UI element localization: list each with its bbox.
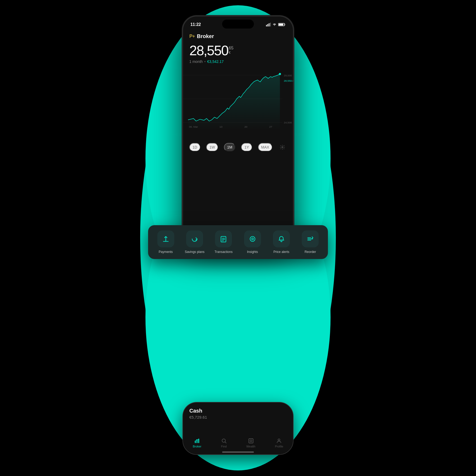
svg-point-19 <box>282 147 283 148</box>
time-btn-1m[interactable]: 1M <box>224 143 235 151</box>
cash-section: Cash €5,729.61 <box>189 408 287 419</box>
transactions-icon-wrap <box>215 230 232 247</box>
profile-nav-icon <box>276 438 282 444</box>
reorder-icon-wrap <box>302 230 319 247</box>
action-insights[interactable]: Insights <box>239 230 266 254</box>
svg-rect-6 <box>270 23 271 26</box>
savings-plans-label: Savings plans <box>185 250 205 254</box>
svg-point-24 <box>250 237 255 242</box>
logo-mark: P+ <box>189 34 195 39</box>
svg-rect-34 <box>249 439 253 443</box>
savings-plans-icon-wrap <box>186 230 203 247</box>
cash-value: €5,729.61 <box>189 415 287 419</box>
action-reorder[interactable]: Reorder <box>297 230 324 254</box>
action-transactions[interactable]: Transactions <box>210 230 237 254</box>
svg-text:20: 20 <box>244 125 248 128</box>
time-btn-max[interactable]: MAX <box>258 143 272 151</box>
savings-plans-icon <box>191 235 198 243</box>
wealth-nav-icon <box>248 438 254 444</box>
svg-text:27: 27 <box>269 125 272 128</box>
insights-icon-wrap <box>244 230 261 247</box>
svg-point-36 <box>278 439 280 441</box>
svg-rect-3 <box>266 25 267 26</box>
svg-point-35 <box>250 440 252 442</box>
cash-label: Cash <box>189 408 287 414</box>
portfolio-decimal: 65 <box>229 46 234 50</box>
portfolio-chart: 29,000 28,550.65 24,500 06. Mar 13 20 27 <box>183 66 293 132</box>
transactions-label: Transactions <box>214 250 232 254</box>
reorder-icon <box>306 235 314 243</box>
nav-label-profile: Profile <box>275 445 283 448</box>
action-payments[interactable]: Payments <box>152 230 179 254</box>
portfolio-value: 28,550 65 € <box>189 44 287 57</box>
chart-end-dot <box>279 73 281 75</box>
chart-area: 29,000 28,550.65 24,500 06. Mar 13 20 27 <box>183 66 293 140</box>
nav-item-broker[interactable]: Broker <box>193 438 201 448</box>
nav-item-find[interactable]: Find <box>221 438 227 448</box>
payments-label: Payments <box>159 250 173 254</box>
portfolio-main-value: 28,550 <box>189 44 228 57</box>
phone-frame: 11:22 <box>182 16 294 243</box>
nav-label-broker: Broker <box>193 445 201 448</box>
insights-label: Insights <box>247 250 258 254</box>
svg-text:24,500: 24,500 <box>284 121 292 124</box>
gear-icon <box>280 145 285 150</box>
price-alerts-label: Price alerts <box>273 250 289 254</box>
svg-text:28,550.65: 28,550.65 <box>284 79 293 82</box>
payments-icon-wrap <box>157 230 174 247</box>
status-icons <box>266 23 286 26</box>
nav-item-profile[interactable]: Profile <box>275 438 283 448</box>
wifi-icon <box>272 23 277 26</box>
svg-text:29,000: 29,000 <box>284 74 292 77</box>
price-alerts-icon-wrap <box>273 230 290 247</box>
action-savings-plans[interactable]: Savings plans <box>181 230 208 254</box>
battery-icon <box>278 23 286 26</box>
phone-screen-bottom: Cash €5,729.61 Broker <box>183 403 293 454</box>
dynamic-island <box>222 20 254 29</box>
svg-rect-31 <box>198 439 199 443</box>
svg-rect-4 <box>267 24 268 26</box>
time-range-selector: 1D 1W 1M 1Y MAX <box>183 140 293 155</box>
svg-text:06. Mar: 06. Mar <box>189 125 198 128</box>
app-header: P+ Broker <box>183 29 293 41</box>
portfolio-period: 1 month • €3,542.17 <box>189 59 287 64</box>
signal-icon <box>266 23 271 26</box>
nav-item-wealth[interactable]: Wealth <box>246 438 255 448</box>
time-btn-1d[interactable]: 1D <box>189 143 200 151</box>
time-btn-1y[interactable]: 1Y <box>241 143 252 151</box>
nav-label-wealth: Wealth <box>246 445 255 448</box>
svg-rect-5 <box>269 23 269 26</box>
svg-rect-30 <box>196 440 198 443</box>
svg-point-25 <box>251 238 253 240</box>
payments-icon <box>162 235 170 243</box>
reorder-label: Reorder <box>305 250 316 254</box>
time-btn-1w[interactable]: 1W <box>206 143 218 151</box>
svg-text:13: 13 <box>219 125 223 128</box>
phone-screen: 11:22 <box>183 16 293 243</box>
portfolio-change: €3,542.17 <box>207 59 224 64</box>
transactions-icon <box>220 235 227 243</box>
action-panel: Payments Savings plans <box>148 225 328 259</box>
svg-rect-8 <box>279 24 283 26</box>
portfolio-period-label: 1 month <box>189 59 203 64</box>
scene: 11:22 <box>0 0 476 476</box>
svg-rect-20 <box>221 237 226 242</box>
chart-settings-button[interactable] <box>278 143 287 151</box>
insights-icon <box>249 235 256 243</box>
find-nav-icon <box>221 438 227 444</box>
home-indicator <box>222 451 254 453</box>
nav-label-find: Find <box>221 445 227 448</box>
bottom-phone: Cash €5,729.61 Broker <box>182 402 294 455</box>
app-title: Broker <box>197 33 214 39</box>
phone-frame-bottom: Cash €5,729.61 Broker <box>182 402 294 455</box>
portfolio-section: 28,550 65 € 1 month • €3,542.17 <box>183 41 293 65</box>
price-alerts-icon <box>278 235 285 243</box>
status-time: 11:22 <box>190 22 201 27</box>
portfolio-currency: € <box>229 50 234 54</box>
svg-line-33 <box>225 442 226 443</box>
broker-nav-icon <box>194 438 200 444</box>
action-price-alerts[interactable]: Price alerts <box>268 230 295 254</box>
main-phone: 11:22 <box>182 16 294 243</box>
